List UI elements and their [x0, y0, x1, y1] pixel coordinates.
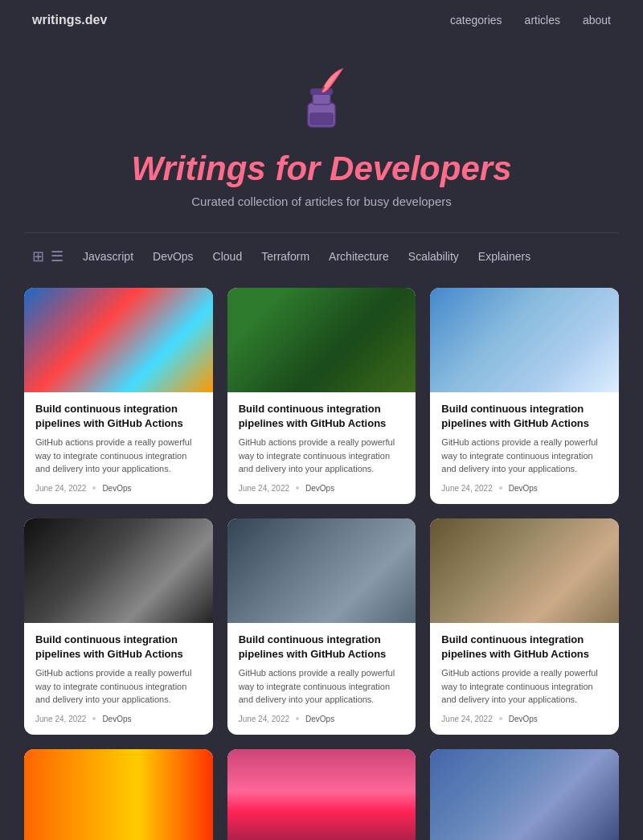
- nav-categories[interactable]: categories: [450, 14, 502, 27]
- meta-dot-6: [499, 717, 502, 720]
- meta-dot-2: [296, 486, 299, 490]
- article-tag-4[interactable]: DevOps: [102, 715, 131, 723]
- svg-rect-1: [313, 93, 330, 104]
- article-desc-2: GitHub actions provide a really powerful…: [239, 436, 405, 476]
- article-title-5: Build continuous integration pipelines w…: [239, 633, 405, 662]
- article-body-2: Build continuous integration pipelines w…: [227, 392, 416, 504]
- article-card-9[interactable]: Build continuous integration pipelines w…: [430, 749, 619, 840]
- article-title-4: Build continuous integration pipelines w…: [35, 633, 202, 662]
- article-date-5: June 24, 2022: [239, 715, 289, 723]
- article-card-4[interactable]: Build continuous integration pipelines w…: [24, 518, 213, 735]
- article-image-6: [430, 518, 619, 623]
- article-image-8: [227, 749, 416, 840]
- article-body-6: Build continuous integration pipelines w…: [430, 623, 619, 735]
- filter-explainers[interactable]: Explainers: [475, 248, 534, 264]
- article-card-6[interactable]: Build continuous integration pipelines w…: [430, 518, 619, 735]
- article-title-6: Build continuous integration pipelines w…: [441, 633, 608, 662]
- article-desc-3: GitHub actions provide a really powerful…: [441, 436, 608, 476]
- article-image-9: [430, 749, 619, 840]
- article-meta-6: June 24, 2022 DevOps: [441, 715, 608, 723]
- article-image-2: [227, 288, 416, 392]
- filter-scalability[interactable]: Scalability: [405, 248, 462, 264]
- article-image-3: [430, 288, 619, 392]
- hero-subtitle: Curated collection of articles for busy …: [191, 195, 452, 208]
- meta-dot-4: [92, 717, 96, 720]
- hero-section: Writings for Developers Curated collecti…: [0, 40, 643, 232]
- list-view-icon[interactable]: ☰: [51, 248, 63, 265]
- article-body-3: Build continuous integration pipelines w…: [430, 392, 619, 504]
- article-card-7[interactable]: Build continuous integration pipelines w…: [24, 749, 213, 840]
- meta-dot-5: [296, 717, 299, 720]
- article-image-4: [24, 518, 213, 623]
- article-tag-6[interactable]: DevOps: [509, 715, 538, 723]
- header: writings.dev categories articles about: [0, 0, 643, 40]
- article-body-5: Build continuous integration pipelines w…: [227, 623, 416, 735]
- filter-devops[interactable]: DevOps: [149, 248, 197, 264]
- filter-terraform[interactable]: Terraform: [258, 248, 313, 264]
- article-card-1[interactable]: Build continuous integration pipelines w…: [24, 288, 213, 504]
- article-desc-1: GitHub actions provide a really powerful…: [35, 436, 202, 476]
- article-meta-1: June 24, 2022 DevOps: [35, 484, 202, 493]
- article-title-2: Build continuous integration pipelines w…: [239, 402, 405, 431]
- filter-javascript[interactable]: Javascript: [80, 248, 137, 264]
- article-desc-5: GitHub actions provide a really powerful…: [239, 666, 405, 707]
- article-body-4: Build continuous integration pipelines w…: [24, 623, 213, 735]
- article-tag-2[interactable]: DevOps: [305, 484, 334, 493]
- article-image-5: [227, 518, 416, 623]
- hero-title: Writings for Developers: [132, 150, 512, 188]
- meta-dot-3: [499, 486, 502, 490]
- article-card-2[interactable]: Build continuous integration pipelines w…: [227, 288, 416, 504]
- article-meta-2: June 24, 2022 DevOps: [239, 484, 405, 493]
- articles-grid: Build continuous integration pipelines w…: [0, 280, 643, 840]
- article-meta-5: June 24, 2022 DevOps: [239, 715, 405, 723]
- article-meta-3: June 24, 2022 DevOps: [441, 484, 608, 493]
- site-logo[interactable]: writings.dev: [32, 13, 107, 27]
- article-image-1: [24, 288, 213, 392]
- article-card-3[interactable]: Build continuous integration pipelines w…: [430, 288, 619, 504]
- grid-view-icon[interactable]: ⊞: [32, 248, 44, 265]
- article-title-3: Build continuous integration pipelines w…: [441, 402, 608, 431]
- filters-bar: ⊞ ☰ Javascript DevOps Cloud Terraform Ar…: [0, 233, 643, 280]
- article-image-7: [24, 749, 213, 840]
- article-date-2: June 24, 2022: [239, 484, 289, 493]
- view-toggle: ⊞ ☰: [32, 248, 63, 265]
- meta-dot-1: [92, 486, 96, 490]
- filter-cloud[interactable]: Cloud: [210, 248, 246, 264]
- article-tag-5[interactable]: DevOps: [305, 715, 334, 723]
- nav-articles[interactable]: articles: [525, 14, 560, 27]
- filter-architecture[interactable]: Architecture: [326, 248, 392, 264]
- article-date-1: June 24, 2022: [35, 484, 86, 493]
- article-desc-4: GitHub actions provide a really powerful…: [35, 666, 202, 707]
- article-date-3: June 24, 2022: [441, 484, 492, 493]
- article-meta-4: June 24, 2022 DevOps: [35, 715, 202, 723]
- article-card-8[interactable]: Build continuous integration pipelines w…: [227, 749, 416, 840]
- article-body-1: Build continuous integration pipelines w…: [24, 392, 213, 504]
- main-nav: categories articles about: [450, 14, 611, 27]
- nav-about[interactable]: about: [583, 14, 611, 27]
- article-tag-1[interactable]: DevOps: [102, 484, 131, 493]
- hero-logo-icon: [285, 64, 358, 137]
- article-date-6: June 24, 2022: [441, 715, 492, 723]
- article-title-1: Build continuous integration pipelines w…: [35, 402, 202, 431]
- svg-rect-3: [309, 113, 334, 125]
- article-date-4: June 24, 2022: [35, 715, 86, 723]
- article-tag-3[interactable]: DevOps: [509, 484, 538, 493]
- article-desc-6: GitHub actions provide a really powerful…: [441, 666, 608, 707]
- article-card-5[interactable]: Build continuous integration pipelines w…: [227, 518, 416, 735]
